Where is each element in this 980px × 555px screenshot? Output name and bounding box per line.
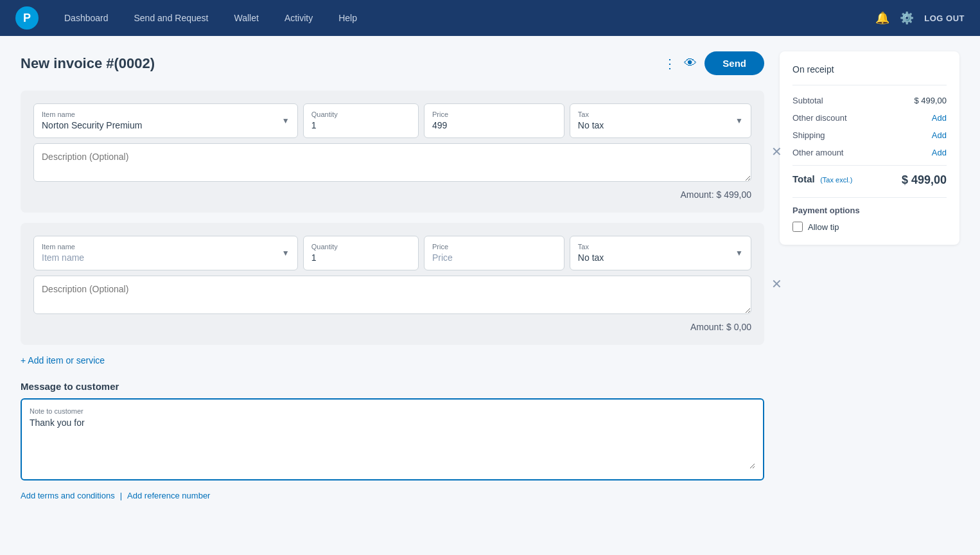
paypal-logo: P: [15, 6, 39, 30]
allow-tip-label: Allow tip: [808, 222, 839, 232]
page-title: New invoice #(0002): [21, 55, 663, 72]
add-item-button[interactable]: + Add item or service: [21, 355, 105, 366]
note-textarea-wrapper: Note to customer Thank you for: [21, 398, 764, 480]
on-receipt: On receipt: [792, 64, 947, 85]
item2-amount-row: Amount: $ 0,00: [33, 322, 751, 332]
item2-price-field[interactable]: Price Price: [424, 236, 564, 270]
item2-section: Item name Item name ▼ Quantity 1 Pri: [21, 223, 764, 345]
preview-icon[interactable]: 👁: [684, 56, 697, 71]
message-section: Message to customer Note to customer Tha…: [21, 381, 764, 480]
item2-qty-label: Quantity: [311, 243, 338, 251]
item1-section: Item name Norton Security Premium ▼ Quan…: [21, 91, 764, 213]
invoice-item-2: Item name Item name ▼ Quantity 1 Pri: [21, 223, 764, 345]
page-container: New invoice #(0002) ⋮ 👁 Send Item name N…: [0, 36, 980, 516]
other-amount-label: Other amount: [792, 148, 844, 157]
more-options-icon[interactable]: ⋮: [663, 56, 676, 71]
message-section-title: Message to customer: [21, 381, 764, 392]
shipping-row: Shipping Add: [792, 130, 947, 140]
discount-label: Other discount: [792, 113, 847, 123]
item2-price-label: Price: [432, 243, 453, 251]
item1-qty-value: 1: [311, 120, 317, 130]
add-reference-link[interactable]: Add reference number: [127, 491, 210, 500]
payment-divider: [792, 197, 947, 198]
item2-name-field[interactable]: Item name Item name ▼: [33, 236, 298, 270]
logout-button[interactable]: LOG OUT: [924, 13, 965, 23]
item2-row: Item name Item name ▼ Quantity 1 Pri: [33, 236, 751, 270]
item1-price-field[interactable]: Price 499: [424, 103, 564, 138]
nav-wallet[interactable]: Wallet: [223, 8, 268, 28]
main-content: New invoice #(0002) ⋮ 👁 Send Item name N…: [21, 51, 764, 500]
subtotal-label: Subtotal: [792, 96, 823, 105]
navbar-right: 🔔 ⚙️ LOG OUT: [875, 11, 965, 25]
sidebar: On receipt Subtotal $ 499,00 Other disco…: [780, 51, 959, 500]
item1-qty-field[interactable]: Quantity 1: [303, 103, 419, 138]
total-value: $ 499,00: [902, 173, 947, 187]
subtotal-row: Subtotal $ 499,00: [792, 96, 947, 105]
nav-help[interactable]: Help: [328, 8, 367, 28]
item1-amount-row: Amount: $ 499,00: [33, 189, 751, 200]
item2-remove-btn[interactable]: ✕: [771, 276, 782, 292]
total-tax-note: (Tax excl.): [820, 176, 852, 184]
other-amount-row: Other amount Add: [792, 148, 947, 157]
item2-qty-value: 1: [311, 252, 317, 263]
item2-tax-label: Tax: [578, 243, 604, 251]
send-button[interactable]: Send: [704, 51, 764, 75]
subtotal-value: $ 499,00: [914, 96, 947, 105]
nav-activity[interactable]: Activity: [274, 8, 323, 28]
total-label: Total: [792, 173, 815, 184]
nav-dashboard[interactable]: Dashboard: [54, 8, 119, 28]
item1-price-value: 499: [432, 120, 447, 130]
item2-name-label: Item name: [42, 243, 84, 251]
summary-divider: [792, 165, 947, 166]
item1-row: Item name Norton Security Premium ▼ Quan…: [33, 103, 751, 138]
navbar: P Dashboard Send and Request Wallet Acti…: [0, 0, 980, 36]
item2-amount-label: Amount:: [690, 322, 724, 332]
settings-icon[interactable]: ⚙️: [900, 11, 914, 25]
item1-tax-label: Tax: [578, 110, 604, 118]
item1-name-label: Item name: [42, 110, 142, 118]
other-amount-add-link[interactable]: Add: [932, 148, 947, 157]
nav-send-request[interactable]: Send and Request: [124, 8, 219, 28]
item2-tax-value: No tax: [578, 252, 604, 263]
item2-price-placeholder: Price: [432, 252, 453, 263]
summary-card: On receipt Subtotal $ 499,00 Other disco…: [780, 51, 959, 245]
item1-amount-value: $ 499,00: [717, 189, 752, 200]
terms-separator: |: [120, 491, 122, 500]
terms-row: Add terms and conditions | Add reference…: [21, 491, 764, 500]
item2-description[interactable]: [33, 276, 751, 314]
shipping-label: Shipping: [792, 130, 825, 140]
item2-name-placeholder: Item name: [42, 252, 84, 263]
add-terms-link[interactable]: Add terms and conditions: [21, 491, 115, 500]
item1-tax-chevron: ▼: [735, 116, 743, 125]
item1-remove-btn[interactable]: ✕: [771, 144, 782, 159]
allow-tip-row: Allow tip: [792, 222, 947, 232]
allow-tip-checkbox[interactable]: [792, 222, 803, 232]
item1-tax-value: No tax: [578, 120, 604, 130]
notification-icon[interactable]: 🔔: [875, 11, 889, 25]
item2-tax-chevron: ▼: [735, 249, 743, 258]
item1-name-value: Norton Security Premium: [42, 120, 142, 130]
discount-row: Other discount Add: [792, 113, 947, 123]
invoice-item-1: Item name Norton Security Premium ▼ Quan…: [21, 91, 764, 213]
item1-amount-label: Amount:: [680, 189, 713, 200]
item1-description[interactable]: [33, 143, 751, 182]
item1-name-chevron: ▼: [282, 116, 290, 125]
item2-qty-field[interactable]: Quantity 1: [303, 236, 419, 270]
shipping-add-link[interactable]: Add: [932, 130, 947, 140]
item2-tax-field[interactable]: Tax No tax ▼: [570, 236, 751, 270]
item2-name-chevron: ▼: [282, 249, 290, 258]
item2-amount-value: $ 0,00: [726, 322, 751, 332]
item1-tax-field[interactable]: Tax No tax ▼: [570, 103, 751, 138]
note-label: Note to customer: [30, 407, 755, 415]
payment-options-title: Payment options: [792, 206, 947, 215]
page-header: New invoice #(0002) ⋮ 👁 Send: [21, 51, 764, 75]
item1-name-field[interactable]: Item name Norton Security Premium ▼: [33, 103, 298, 138]
discount-add-link[interactable]: Add: [932, 113, 947, 123]
item1-qty-label: Quantity: [311, 110, 338, 118]
item1-price-label: Price: [432, 110, 448, 118]
total-row: Total (Tax excl.) $ 499,00: [792, 173, 947, 187]
note-to-customer-input[interactable]: Thank you for: [30, 418, 755, 469]
page-actions: ⋮ 👁 Send: [663, 51, 764, 75]
